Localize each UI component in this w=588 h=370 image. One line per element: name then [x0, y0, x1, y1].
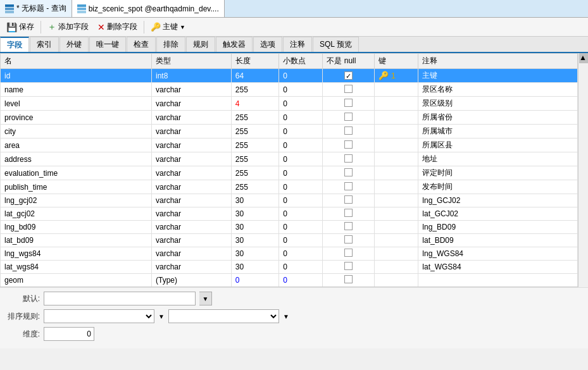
table-row[interactable]: lng_gcj02varchar300lng_GCJ02 — [1, 194, 578, 207]
notnull-checkbox[interactable] — [344, 182, 353, 190]
tab-exclude[interactable]: 排除 — [156, 37, 185, 52]
cell-type: varchar — [152, 207, 232, 221]
cell-type: varchar — [152, 180, 232, 194]
cell-notnull[interactable] — [323, 207, 375, 221]
cell-type: varchar — [152, 152, 232, 166]
table-row[interactable]: lat_gcj02varchar300lat_GCJ02 — [1, 207, 578, 221]
cell-notnull[interactable] — [323, 166, 375, 180]
tab-options[interactable]: 选项 — [253, 37, 282, 52]
sort-dropdown2-arrow[interactable]: ▼ — [283, 313, 289, 320]
notnull-checkbox[interactable] — [344, 195, 353, 204]
table-row[interactable]: lat_bd09varchar300lat_BD09 — [1, 234, 578, 247]
delete-field-button[interactable]: ✕ 删除字段 — [94, 20, 141, 34]
bottom-panel: 默认: ▼ 排序规则: ▼ ▼ 维度: — [0, 287, 588, 348]
cell-length: 255 — [231, 83, 278, 97]
cell-key — [375, 221, 418, 234]
notnull-checkbox[interactable] — [344, 140, 353, 149]
cell-notnull[interactable] — [323, 180, 375, 194]
primary-key-button[interactable]: 🔑 主键 ▼ — [147, 20, 189, 34]
scroll-up[interactable]: ▲ — [579, 53, 588, 63]
cell-notnull[interactable] — [323, 125, 375, 139]
cell-type: varchar — [152, 221, 232, 234]
tab-triggers[interactable]: 触发器 — [216, 37, 253, 52]
cell-comment: 主键 — [418, 69, 578, 83]
table-row[interactable]: publish_linkvarchar2550发布链接 — [1, 287, 578, 288]
tab-check[interactable]: 检查 — [127, 37, 156, 52]
cell-comment — [418, 274, 578, 287]
notnull-checkbox[interactable] — [344, 113, 353, 121]
tab-index[interactable]: 索引 — [30, 37, 59, 52]
cell-key — [375, 207, 418, 221]
save-button[interactable]: 💾 保存 — [3, 20, 38, 34]
table-row[interactable]: provincevarchar2550所属省份 — [1, 111, 578, 125]
dimension-input[interactable] — [44, 327, 94, 341]
table-row[interactable]: addressvarchar2550地址 — [1, 152, 578, 166]
cell-key — [375, 166, 418, 180]
table-row[interactable]: geom(Type)00 — [1, 274, 578, 287]
cell-key — [375, 194, 418, 207]
notnull-checkbox[interactable] — [344, 85, 353, 93]
sort-select2[interactable] — [168, 309, 279, 323]
tab-bizscenic[interactable]: biz_scenic_spot @earthqadmin_dev.... — [72, 0, 225, 17]
cell-notnull[interactable] — [323, 152, 375, 166]
cell-decimal: 0 — [279, 194, 323, 207]
sort-dropdown1-arrow[interactable]: ▼ — [158, 313, 165, 320]
scrollbar[interactable]: ▲ — [578, 53, 588, 287]
notnull-checkbox[interactable] — [344, 168, 353, 176]
notnull-checkbox[interactable] — [344, 209, 353, 217]
notnull-checkbox[interactable] — [344, 222, 353, 230]
cell-key — [375, 97, 418, 111]
table-row[interactable]: evaluation_timevarchar2550评定时间 — [1, 166, 578, 180]
table-row[interactable]: lng_bd09varchar300lng_BD09 — [1, 221, 578, 234]
col-comment: 注释 — [418, 54, 578, 69]
cell-type: varchar — [152, 139, 232, 152]
cell-notnull[interactable] — [323, 261, 375, 274]
cell-notnull[interactable] — [323, 247, 375, 261]
notnull-checkbox[interactable]: ✓ — [344, 71, 353, 80]
default-input[interactable] — [44, 292, 196, 305]
cell-notnull[interactable] — [323, 194, 375, 207]
notnull-checkbox[interactable] — [344, 262, 353, 270]
cell-length: 255 — [231, 166, 278, 180]
cell-notnull[interactable] — [323, 111, 375, 125]
cell-comment: 景区级别 — [418, 97, 578, 111]
tab-untitled[interactable]: * 无标题 - 查询 — [0, 0, 72, 17]
cell-notnull[interactable] — [323, 287, 375, 288]
table-row[interactable]: lat_wgs84varchar300lat_WGS84 — [1, 261, 578, 274]
cell-notnull[interactable] — [323, 221, 375, 234]
cell-key — [375, 261, 418, 274]
notnull-checkbox[interactable] — [344, 154, 353, 163]
table-row[interactable]: lng_wgs84varchar300lng_WGS84 — [1, 247, 578, 261]
sep2 — [144, 21, 144, 34]
tab-foreign[interactable]: 外键 — [59, 37, 89, 52]
cell-notnull[interactable] — [323, 83, 375, 97]
cell-notnull[interactable]: ✓ — [323, 69, 375, 83]
default-dropdown-arrow[interactable]: ▼ — [199, 292, 212, 305]
notnull-checkbox[interactable] — [344, 99, 353, 107]
table-row[interactable]: areavarchar2550所属区县 — [1, 139, 578, 152]
tab-sqlpreview[interactable]: SQL 预览 — [313, 37, 359, 52]
tab-rules[interactable]: 规则 — [186, 37, 215, 52]
cell-type: varchar — [152, 194, 232, 207]
tab-fields[interactable]: 字段 — [0, 37, 29, 52]
cell-comment: 发布时间 — [418, 180, 578, 194]
sort-select1[interactable] — [44, 309, 154, 323]
cell-comment: lat_WGS84 — [418, 261, 578, 274]
notnull-checkbox[interactable] — [344, 275, 353, 283]
table-row[interactable]: publish_timevarchar2550发布时间 — [1, 180, 578, 194]
tab-unique[interactable]: 唯一键 — [89, 37, 126, 52]
table-row[interactable]: namevarchar2550景区名称 — [1, 83, 578, 97]
cell-notnull[interactable] — [323, 234, 375, 247]
cell-notnull[interactable] — [323, 97, 375, 111]
cell-length: 255 — [231, 180, 278, 194]
cell-notnull[interactable] — [323, 139, 375, 152]
notnull-checkbox[interactable] — [344, 126, 353, 135]
table-row[interactable]: cityvarchar2550所属城市 — [1, 125, 578, 139]
table-row[interactable]: levelvarchar40景区级别 — [1, 97, 578, 111]
table-row[interactable]: idint8640✓🔑 1主键 — [1, 69, 578, 83]
notnull-checkbox[interactable] — [344, 249, 353, 257]
notnull-checkbox[interactable] — [344, 235, 353, 244]
tab-comments[interactable]: 注释 — [283, 37, 312, 52]
cell-notnull[interactable] — [323, 274, 375, 287]
add-field-button[interactable]: ＋ 添加字段 — [44, 20, 92, 34]
